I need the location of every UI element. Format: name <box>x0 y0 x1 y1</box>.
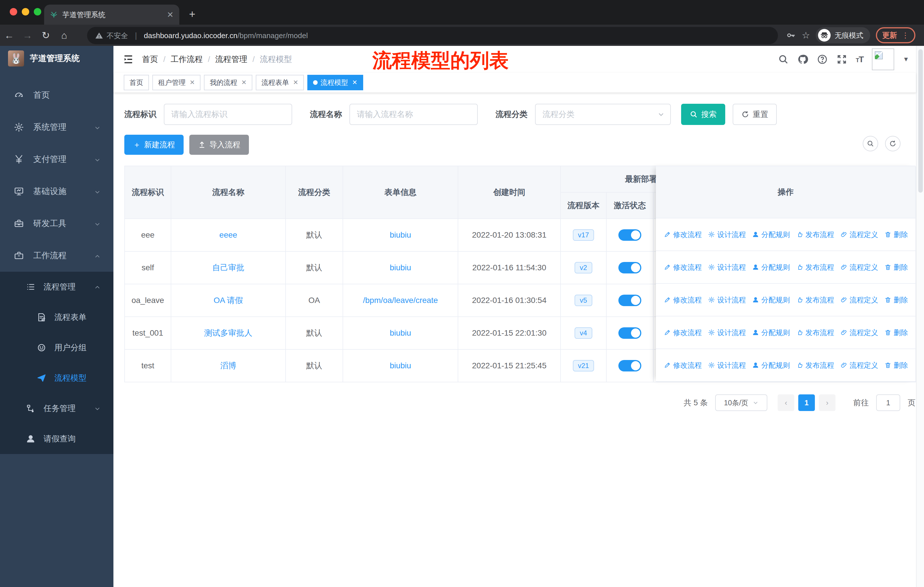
sidebar-subitem-1[interactable]: 流程管理 <box>0 272 114 302</box>
process-name-link[interactable]: 滔博 <box>220 360 236 371</box>
active-status-toggle[interactable] <box>619 229 641 241</box>
action-publish-link[interactable]: 发布流程 <box>796 360 834 370</box>
bookmark-star-icon[interactable]: ☆ <box>802 30 810 41</box>
update-browser-button[interactable]: 更新⋮ <box>876 27 916 43</box>
action-link-link[interactable]: 流程定义 <box>840 328 878 337</box>
breadcrumb-item[interactable]: 首页 <box>142 54 158 65</box>
fullscreen-icon[interactable] <box>837 54 847 65</box>
forward-button[interactable]: → <box>18 30 37 41</box>
action-pencil-link[interactable]: 修改流程 <box>664 328 702 337</box>
page-1-button[interactable]: 1 <box>798 394 815 411</box>
close-window-button[interactable] <box>10 8 17 15</box>
action-gear-link[interactable]: 设计流程 <box>708 295 746 305</box>
breadcrumb-item[interactable]: 工作流程 <box>171 54 203 65</box>
tag-item[interactable]: 我的流程✕ <box>204 75 252 90</box>
tag-item[interactable]: 首页 <box>124 75 149 90</box>
search-button[interactable]: 搜索 <box>681 104 725 125</box>
active-status-toggle[interactable] <box>619 327 641 339</box>
next-page-button[interactable]: › <box>819 394 835 411</box>
sidebar-subitem-5[interactable]: 任务管理 <box>0 393 114 423</box>
search-icon[interactable] <box>778 54 789 65</box>
tag-close-icon[interactable]: ✕ <box>190 79 195 86</box>
sidebar-item-2[interactable]: 系统管理 <box>0 111 114 143</box>
action-trash-link[interactable]: 删除 <box>884 230 908 239</box>
sidebar-item-6[interactable]: 工作流程 <box>0 240 114 272</box>
tab-close-icon[interactable]: ✕ <box>167 10 173 20</box>
prev-page-button[interactable]: ‹ <box>778 394 794 411</box>
avatar-caret-icon[interactable]: ▼ <box>903 56 909 63</box>
action-link-link[interactable]: 流程定义 <box>840 230 878 239</box>
sidebar-subitem-6[interactable]: 请假查询 <box>0 423 114 454</box>
version-badge[interactable]: v5 <box>574 294 592 306</box>
process-name-link[interactable]: 自己审批 <box>212 262 244 273</box>
tag-close-icon[interactable]: ✕ <box>241 79 246 86</box>
action-gear-link[interactable]: 设计流程 <box>708 328 746 337</box>
sidebar-item-3[interactable]: 支付管理 <box>0 143 114 175</box>
form-info-link[interactable]: biubiu <box>390 361 411 370</box>
show-search-button[interactable] <box>863 136 878 151</box>
refresh-table-button[interactable] <box>885 136 901 151</box>
action-user-link[interactable]: 分配规则 <box>752 295 790 305</box>
help-icon[interactable] <box>817 54 828 65</box>
reset-button[interactable]: 重置 <box>733 104 777 125</box>
action-publish-link[interactable]: 发布流程 <box>796 230 834 239</box>
sidebar-item-1[interactable]: 首页 <box>0 79 114 111</box>
tag-close-icon[interactable]: ✕ <box>293 79 298 86</box>
browser-menu-icon[interactable]: ⋮ <box>902 31 909 40</box>
avatar[interactable] <box>872 48 894 70</box>
process-name-link[interactable]: eeee <box>219 230 237 240</box>
create-process-button[interactable]: ＋新建流程 <box>124 135 183 155</box>
page-size-select[interactable]: 10条/页 <box>715 394 767 411</box>
action-pencil-link[interactable]: 修改流程 <box>664 295 702 305</box>
filter-category-select[interactable]: 流程分类 <box>535 104 671 125</box>
tag-close-icon[interactable]: ✕ <box>352 79 357 86</box>
tag-item[interactable]: 租户管理✕ <box>152 75 201 90</box>
action-gear-link[interactable]: 设计流程 <box>708 360 746 370</box>
active-status-toggle[interactable] <box>619 360 641 372</box>
action-publish-link[interactable]: 发布流程 <box>796 295 834 305</box>
action-trash-link[interactable]: 删除 <box>884 360 908 370</box>
page-scrollbar[interactable] <box>916 46 924 587</box>
action-trash-link[interactable]: 删除 <box>884 263 908 272</box>
version-badge[interactable]: v4 <box>574 327 592 339</box>
back-button[interactable]: ← <box>0 30 18 41</box>
sidebar-subitem-4[interactable]: 流程模型 <box>0 363 114 393</box>
collapse-sidebar-icon[interactable] <box>122 54 134 65</box>
form-info-link[interactable]: biubiu <box>390 263 411 272</box>
sidebar-item-5[interactable]: 研发工具 <box>0 208 114 240</box>
address-bar[interactable]: 不安全 | dashboard.yudao.iocoder.cn/bpm/man… <box>87 27 778 44</box>
import-process-button[interactable]: 导入流程 <box>189 135 249 155</box>
action-trash-link[interactable]: 删除 <box>884 295 908 305</box>
sidebar-item-4[interactable]: 基础设施 <box>0 175 114 208</box>
font-size-icon[interactable]: TT <box>856 55 864 64</box>
action-link-link[interactable]: 流程定义 <box>840 263 878 272</box>
window-controls[interactable] <box>10 8 41 15</box>
version-badge[interactable]: v17 <box>573 229 594 241</box>
filter-id-input[interactable] <box>164 104 292 125</box>
action-gear-link[interactable]: 设计流程 <box>708 230 746 239</box>
reload-button[interactable]: ↻ <box>37 30 55 41</box>
form-info-link[interactable]: biubiu <box>390 230 411 240</box>
new-tab-button[interactable]: + <box>189 8 195 20</box>
action-pencil-link[interactable]: 修改流程 <box>664 360 702 370</box>
version-badge[interactable]: v21 <box>573 360 594 372</box>
action-publish-link[interactable]: 发布流程 <box>796 328 834 337</box>
password-key-icon[interactable] <box>786 30 796 40</box>
active-status-toggle[interactable] <box>619 294 641 306</box>
process-name-link[interactable]: 测试多审批人 <box>204 327 252 339</box>
active-status-toggle[interactable] <box>619 262 641 273</box>
maximize-window-button[interactable] <box>34 8 41 15</box>
home-button[interactable]: ⌂ <box>55 30 73 41</box>
tag-active[interactable]: 流程模型✕ <box>307 75 363 90</box>
form-info-link[interactable]: biubiu <box>390 329 411 337</box>
action-user-link[interactable]: 分配规则 <box>752 263 790 272</box>
filter-name-input[interactable] <box>350 104 478 125</box>
minimize-window-button[interactable] <box>22 8 29 15</box>
sidebar-subitem-3[interactable]: 用户分组 <box>0 332 114 363</box>
action-link-link[interactable]: 流程定义 <box>840 360 878 370</box>
sidebar-subitem-2[interactable]: 流程表单 <box>0 302 114 332</box>
action-trash-link[interactable]: 删除 <box>884 328 908 337</box>
scrollbar-thumb[interactable] <box>918 49 923 193</box>
process-name-link[interactable]: OA 请假 <box>214 295 243 306</box>
action-pencil-link[interactable]: 修改流程 <box>664 230 702 239</box>
